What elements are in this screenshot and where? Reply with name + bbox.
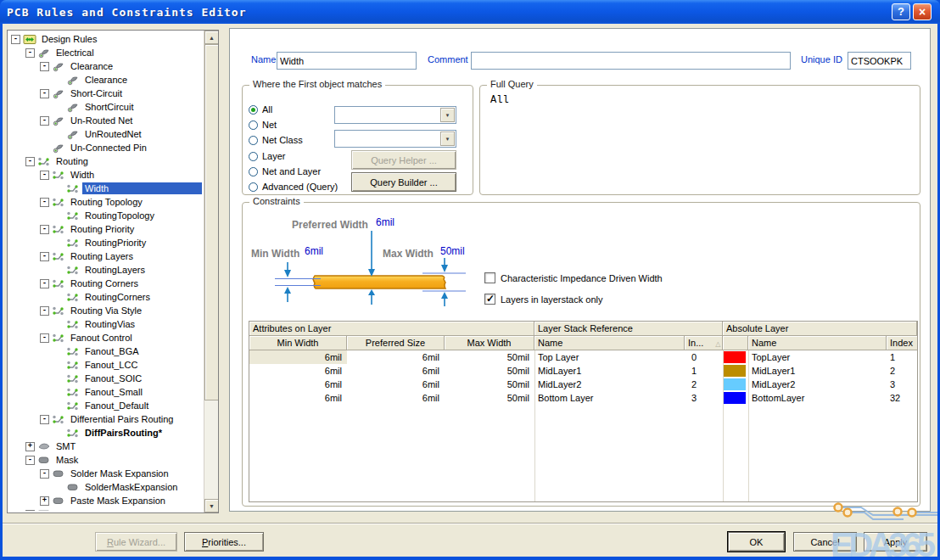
layerstack-only-checkbox[interactable]: Layers in layerstack only xyxy=(484,294,602,305)
table-row[interactable]: 6mil6mil50milTop Layer0TopLayer1 xyxy=(249,350,917,364)
impedance-driven-checkbox[interactable]: Characteristic Impedance Driven Width xyxy=(484,272,663,283)
tree-item-solder-mask-expansion[interactable]: -Solder Mask Expansion xyxy=(8,467,202,480)
rule-wizard-button[interactable]: Rule Wizard... xyxy=(95,532,177,552)
tree-item-fanout-soic[interactable]: Fanout_SOIC xyxy=(8,372,202,385)
tree-item-smt[interactable]: +SMT xyxy=(8,440,202,453)
tree-item-routing-layers[interactable]: -Routing Layers xyxy=(8,249,202,263)
collapse-icon[interactable]: - xyxy=(40,198,49,207)
tree-item-un-routed-net[interactable]: -Un-Routed Net xyxy=(8,114,202,127)
tree-item-width[interactable]: -Width xyxy=(8,168,202,182)
close-icon[interactable]: × xyxy=(913,3,932,20)
col-header-stack-name[interactable]: Name xyxy=(534,336,685,350)
tree-item-diffpairsrouting[interactable]: DiffPairsRouting* xyxy=(8,426,202,440)
tree-item-fanout-small[interactable]: Fanout_Small xyxy=(8,385,202,399)
name-input[interactable] xyxy=(277,52,417,70)
unique-id-input[interactable] xyxy=(848,52,911,70)
priorities-button[interactable]: Priorities... xyxy=(184,532,264,552)
query-builder-button[interactable]: Query Builder ... xyxy=(351,172,456,192)
tree-item-fanout-lcc[interactable]: Fanout_LCC xyxy=(8,358,202,372)
chevron-down-icon[interactable]: ▼ xyxy=(440,108,455,122)
tree-item-routinglayers[interactable]: RoutingLayers xyxy=(8,263,202,277)
checkbox-icon[interactable] xyxy=(484,294,495,305)
radio-option-all[interactable]: All xyxy=(249,104,272,115)
collapse-icon[interactable]: - xyxy=(40,279,49,288)
tree-item-differential-pairs-routing[interactable]: -Differential Pairs Routing xyxy=(8,412,202,426)
net-class-dropdown[interactable]: ▼ xyxy=(334,130,456,148)
tree-item-design-rules[interactable]: -Design Rules xyxy=(8,32,202,46)
radio-icon[interactable] xyxy=(249,105,258,115)
net-dropdown[interactable]: ▼ xyxy=(334,106,456,124)
col-header-abs-index[interactable]: Index xyxy=(887,336,917,350)
collapse-icon[interactable]: - xyxy=(25,157,35,166)
scroll-up-icon[interactable]: ▲ xyxy=(204,31,219,44)
tree-item-unroutednet[interactable]: UnRoutedNet xyxy=(8,127,202,141)
scroll-down-icon[interactable]: ▼ xyxy=(204,499,219,512)
help-icon[interactable]: ? xyxy=(892,3,910,20)
tree-item-mask[interactable]: -Mask xyxy=(8,453,202,467)
tree-item-electrical[interactable]: -Electrical xyxy=(8,46,202,59)
radio-option-advanced-query[interactable]: Advanced (Query) xyxy=(249,181,338,193)
radio-icon[interactable] xyxy=(249,120,258,130)
tree-item-width[interactable]: Width xyxy=(8,182,202,195)
tree-item-routing[interactable]: -Routing xyxy=(8,154,202,168)
expand-icon[interactable]: + xyxy=(25,510,35,512)
collapse-icon[interactable]: - xyxy=(40,89,49,98)
radio-icon[interactable] xyxy=(249,167,258,176)
table-row[interactable]: 6mil6mil50milBottom Layer3BottomLayer32 xyxy=(249,391,917,405)
tree-item-routingtopology[interactable]: RoutingTopology xyxy=(8,209,202,222)
tree-item-short-circuit[interactable]: -Short-Circuit xyxy=(8,87,202,100)
collapse-icon[interactable]: - xyxy=(11,35,20,44)
collapse-icon[interactable]: - xyxy=(40,62,49,71)
tree-item-routing-topology[interactable]: -Routing Topology xyxy=(8,195,202,209)
col-header-max-width[interactable]: Max Width xyxy=(445,336,534,350)
tree-item-un-connected-pin[interactable]: Un-Connected Pin xyxy=(8,141,202,154)
collapse-icon[interactable]: - xyxy=(40,225,49,234)
col-header-index-sorted[interactable]: In...△ xyxy=(685,336,723,350)
col-header-color[interactable] xyxy=(723,336,748,350)
expand-icon[interactable]: + xyxy=(40,496,49,506)
collapse-icon[interactable]: - xyxy=(40,252,49,261)
titlebar[interactable]: PCB Rules and Constraints Editor ? × xyxy=(0,0,940,24)
collapse-icon[interactable]: - xyxy=(40,171,49,180)
collapse-icon[interactable]: - xyxy=(25,48,35,58)
radio-option-net-and-layer[interactable]: Net and Layer xyxy=(249,165,321,177)
radio-option-layer[interactable]: Layer xyxy=(249,150,286,162)
collapse-icon[interactable]: - xyxy=(40,415,49,424)
tree-item-routing-priority[interactable]: -Routing Priority xyxy=(8,222,202,236)
scrollbar-thumb[interactable] xyxy=(204,44,219,400)
radio-icon[interactable] xyxy=(249,136,258,145)
tree-item-routing-corners[interactable]: -Routing Corners xyxy=(8,277,202,290)
comment-input[interactable] xyxy=(471,52,791,70)
tree-item-fanout-default[interactable]: Fanout_Default xyxy=(8,399,202,412)
ok-button[interactable]: OK xyxy=(728,532,785,552)
tree-item-soldermaskexpansion[interactable]: SolderMaskExpansion xyxy=(8,480,202,494)
cancel-button[interactable]: Cancel xyxy=(793,532,857,552)
tree-item-clearance[interactable]: Clearance xyxy=(8,73,202,87)
expand-icon[interactable]: + xyxy=(25,442,35,451)
collapse-icon[interactable]: - xyxy=(40,469,49,479)
tree-item-routingvias[interactable]: RoutingVias xyxy=(8,317,202,331)
tree-item-routingpriority[interactable]: RoutingPriority xyxy=(8,236,202,249)
table-row[interactable]: 6mil6mil50milMidLayer11MidLayer12 xyxy=(249,364,917,378)
tree-item-routing-via-style[interactable]: -Routing Via Style xyxy=(8,304,202,317)
tree-item-paste-mask-expansion[interactable]: +Paste Mask Expansion xyxy=(8,494,202,507)
collapse-icon[interactable]: - xyxy=(40,333,49,343)
collapse-icon[interactable]: - xyxy=(40,116,49,126)
tree-scrollbar[interactable]: ▲ ▼ xyxy=(204,31,218,512)
tree-item-fanout-control[interactable]: -Fanout Control xyxy=(8,331,202,344)
tree-item-plane[interactable]: +Plane xyxy=(8,507,202,511)
tree-item-routingcorners[interactable]: RoutingCorners xyxy=(8,290,202,304)
query-helper-button[interactable]: Query Helper ... xyxy=(351,150,456,170)
tree-item-fanout-bga[interactable]: Fanout_BGA xyxy=(8,344,202,358)
tree-item-clearance[interactable]: -Clearance xyxy=(8,59,202,73)
collapse-icon[interactable]: - xyxy=(25,456,35,465)
radio-icon[interactable] xyxy=(249,182,258,192)
chevron-down-icon[interactable]: ▼ xyxy=(440,132,455,146)
col-header-abs-name[interactable]: Name xyxy=(748,336,887,350)
radio-option-net[interactable]: Net xyxy=(249,119,277,131)
collapse-icon[interactable]: - xyxy=(40,306,49,316)
apply-button[interactable]: Apply xyxy=(864,532,927,552)
radio-icon[interactable] xyxy=(249,152,258,161)
checkbox-icon[interactable] xyxy=(484,272,495,283)
col-header-preferred-size[interactable]: Preferred Size xyxy=(347,336,445,350)
